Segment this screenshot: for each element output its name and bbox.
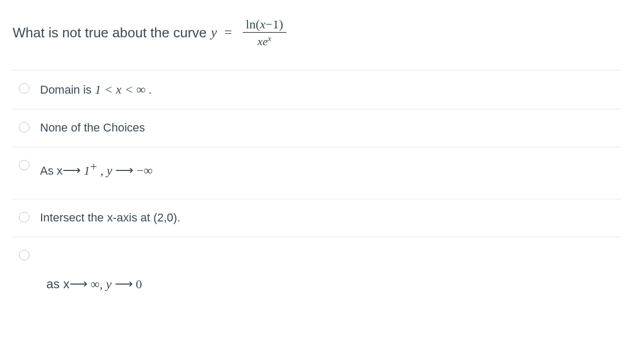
option-row-1[interactable]: Domain is 1 < x < ∞ . xyxy=(13,70,621,110)
option-label-1: Domain is 1 < x < ∞ . xyxy=(40,81,152,99)
fraction-denominator: xex xyxy=(243,33,286,49)
question-text: What is not true about the curve y = ln(… xyxy=(13,17,621,49)
option-label-5: as x⟶ ∞, y ⟶ 0 xyxy=(19,275,142,294)
radio-icon[interactable] xyxy=(19,212,29,223)
eq-fraction: ln(x−1) xex xyxy=(243,17,286,49)
question-prefix: What is not true about the curve xyxy=(13,25,207,41)
option-row-2[interactable]: None of the Choices xyxy=(13,109,621,147)
option-row-4[interactable]: Intersect the x-axis at (2,0). xyxy=(13,199,621,237)
eq-y: y xyxy=(211,25,217,41)
option-label-3: As x⟶ 1+ , y ⟶ −∞ xyxy=(40,158,153,180)
radio-icon[interactable] xyxy=(19,250,29,260)
radio-icon[interactable] xyxy=(19,83,29,94)
eq-equals: = xyxy=(224,25,232,41)
option-row-5[interactable]: as x⟶ ∞, y ⟶ 0 xyxy=(13,237,621,304)
option-label-2: None of the Choices xyxy=(40,120,145,136)
radio-icon[interactable] xyxy=(19,160,29,170)
options-list: Domain is 1 < x < ∞ . None of the Choice… xyxy=(13,70,621,304)
fraction-numerator: ln(x−1) xyxy=(243,17,286,33)
option-row-3[interactable]: As x⟶ 1+ , y ⟶ −∞ xyxy=(13,147,621,199)
option-label-4: Intersect the x-axis at (2,0). xyxy=(40,210,181,226)
radio-icon[interactable] xyxy=(19,122,29,133)
